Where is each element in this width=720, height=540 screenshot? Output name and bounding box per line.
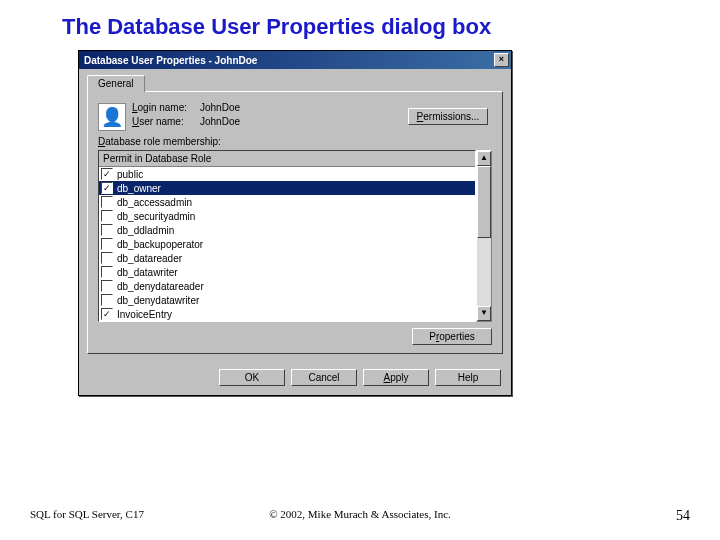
- scrollbar[interactable]: ▲ ▼: [476, 150, 492, 322]
- footer-left: SQL for SQL Server, C17: [30, 508, 250, 524]
- user-name-value: JohnDoe: [200, 116, 408, 127]
- dialog-window: Database User Properties - JohnDoe × Gen…: [78, 50, 512, 396]
- ok-button[interactable]: OK: [219, 369, 285, 386]
- slide-title: The Database User Properties dialog box: [62, 14, 720, 40]
- role-name: db_denydatareader: [117, 281, 204, 292]
- dialog-button-row: OK Cancel Apply Help: [79, 362, 511, 395]
- apply-button[interactable]: Apply: [363, 369, 429, 386]
- role-checkbox[interactable]: [101, 210, 113, 222]
- role-name: db_accessadmin: [117, 197, 192, 208]
- role-checkbox[interactable]: [101, 224, 113, 236]
- list-item[interactable]: public: [99, 167, 475, 181]
- scroll-down-icon[interactable]: ▼: [477, 306, 491, 321]
- scroll-thumb[interactable]: [477, 166, 491, 238]
- tabstrip: General: [87, 75, 503, 92]
- list-header: Permit in Database Role: [99, 151, 475, 167]
- login-name-value: JohnDoe: [200, 102, 408, 113]
- list-item[interactable]: db_denydatareader: [99, 279, 475, 293]
- window-title: Database User Properties - JohnDoe: [84, 55, 494, 66]
- list-item[interactable]: db_owner: [99, 181, 475, 195]
- help-button[interactable]: Help: [435, 369, 501, 386]
- tab-general[interactable]: General: [87, 75, 145, 92]
- properties-button[interactable]: Properties: [412, 328, 492, 345]
- close-icon[interactable]: ×: [494, 53, 509, 67]
- user-name-label: User name:: [132, 116, 200, 127]
- list-item[interactable]: InvoiceEntry: [99, 307, 475, 321]
- login-name-label: Login name:: [132, 102, 200, 113]
- role-checkbox[interactable]: [101, 308, 113, 320]
- scroll-up-icon[interactable]: ▲: [477, 151, 491, 166]
- membership-label: Database role membership:: [98, 136, 492, 147]
- role-checkbox[interactable]: [101, 252, 113, 264]
- role-checkbox[interactable]: [101, 280, 113, 292]
- cancel-button[interactable]: Cancel: [291, 369, 357, 386]
- role-checkbox[interactable]: [101, 266, 113, 278]
- role-checkbox[interactable]: [101, 168, 113, 180]
- tab-panel: 👤 Login name: JohnDoe User name: JohnDoe…: [87, 91, 503, 354]
- list-item[interactable]: db_backupoperator: [99, 237, 475, 251]
- list-item[interactable]: db_accessadmin: [99, 195, 475, 209]
- permissions-button[interactable]: Permissions...: [408, 108, 488, 125]
- role-name: db_datawriter: [117, 267, 178, 278]
- role-checkbox[interactable]: [101, 196, 113, 208]
- list-item[interactable]: db_datawriter: [99, 265, 475, 279]
- role-name: db_backupoperator: [117, 239, 203, 250]
- role-name: db_securityadmin: [117, 211, 195, 222]
- footer-center: © 2002, Mike Murach & Associates, Inc.: [250, 508, 470, 524]
- role-checkbox[interactable]: [101, 182, 113, 194]
- titlebar: Database User Properties - JohnDoe ×: [79, 51, 511, 69]
- role-name: db_owner: [117, 183, 161, 194]
- scroll-track[interactable]: [477, 166, 491, 306]
- user-icon: 👤: [98, 103, 124, 129]
- role-checkbox[interactable]: [101, 238, 113, 250]
- role-name: public: [117, 169, 143, 180]
- role-name: InvoiceEntry: [117, 309, 172, 320]
- list-item[interactable]: db_ddladmin: [99, 223, 475, 237]
- role-name: db_denydatawriter: [117, 295, 199, 306]
- role-name: db_datareader: [117, 253, 182, 264]
- role-checkbox[interactable]: [101, 294, 113, 306]
- list-item[interactable]: db_securityadmin: [99, 209, 475, 223]
- list-item[interactable]: db_datareader: [99, 251, 475, 265]
- list-item[interactable]: db_denydatawriter: [99, 293, 475, 307]
- slide-footer: SQL for SQL Server, C17 © 2002, Mike Mur…: [30, 508, 690, 524]
- footer-page: 54: [470, 508, 690, 524]
- role-name: db_ddladmin: [117, 225, 174, 236]
- role-listbox[interactable]: Permit in Database Role publicdb_ownerdb…: [98, 150, 476, 322]
